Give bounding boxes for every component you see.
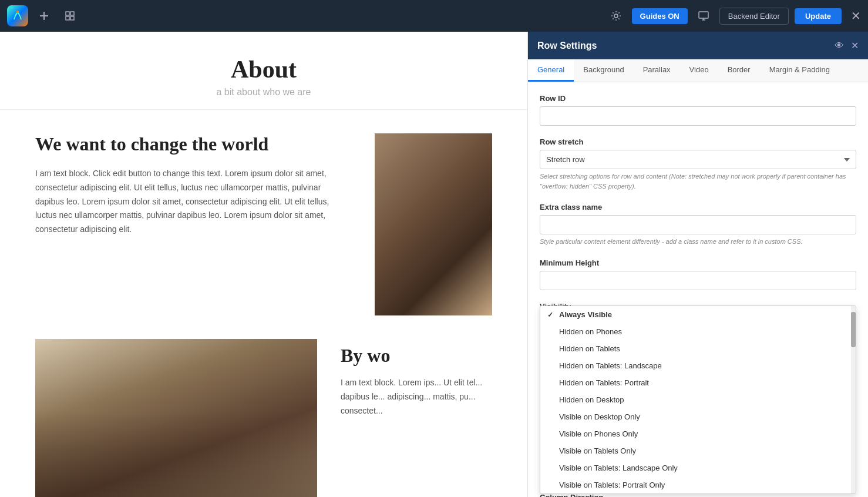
tab-border[interactable]: Border [718,59,760,82]
tab-parallax[interactable]: Parallax [634,59,680,82]
check-icon: ✓ [547,311,556,319]
min-height-label: Minimum Height [540,258,856,267]
image-block-2 [35,339,317,497]
image-block-1 [375,133,492,315]
section1-body: I am text block. Click edit button to ch… [35,167,351,237]
tab-margin-padding[interactable]: Margin & Padding [760,59,839,82]
visibility-option-desktop[interactable]: Hidden on Desktop [540,391,856,408]
svg-rect-6 [70,16,74,20]
main-area: About a bit about who we are We want to … [0,32,868,497]
panel-close-icon[interactable]: ✕ [851,40,859,51]
dropdown-item-label: Hidden on Tablets: Landscape [559,361,662,370]
visibility-option-tablets-landscape-only[interactable]: Visible on Tablets: Landscape Only [540,459,856,476]
visibility-option-desktop-only[interactable]: Visible on Desktop Only [540,408,856,425]
dropdown-item-label: Hidden on Phones [559,327,622,336]
visibility-option-always[interactable]: ✓ Always Visible [540,306,856,323]
dropdown-item-label: Visible on Desktop Only [559,412,640,421]
extra-class-group: Extra class name Style particular conten… [540,203,856,247]
section2-heading: By wo [341,345,492,367]
section-2: By wo I am text block. Lorem ips... Ut e… [0,339,527,497]
visibility-option-tablets-only[interactable]: Visible on Tablets Only [540,442,856,459]
dropdown-item-label: Hidden on Tablets [559,344,620,353]
add-button[interactable] [34,6,54,26]
close-icon[interactable]: ✕ [851,9,861,23]
svg-rect-4 [70,12,74,15]
eye-icon[interactable]: 👁 [835,41,844,51]
svg-rect-8 [699,12,708,18]
monitor-icon[interactable] [694,6,714,26]
row-id-label: Row ID [540,94,856,103]
row-id-group: Row ID [540,94,856,126]
visibility-option-tablets-portrait-only[interactable]: Visible on Tablets: Portrait Only [540,476,856,493]
panel-header-icons: 👁 ✕ [835,40,859,51]
guides-button[interactable]: Guides ON [632,8,688,24]
dropdown-item-label: Visible on Tablets Only [559,446,636,455]
settings-icon[interactable] [606,6,626,26]
page-canvas: About a bit about who we are We want to … [0,32,527,497]
tab-background[interactable]: Background [574,59,633,82]
page-header: About a bit about who we are [0,32,527,110]
text-block-2: By wo I am text block. Lorem ips... Ut e… [341,339,492,418]
row-id-input[interactable] [540,106,856,126]
image-placeholder-2 [35,339,317,497]
panel-tabs: General Background Parallax Video Border… [528,59,868,82]
panel-header: Row Settings 👁 ✕ [528,32,868,59]
visibility-dropdown: ✓ Always Visible Hidden on Phones Hidden… [540,305,856,494]
update-button[interactable]: Update [795,8,842,24]
backend-editor-button[interactable]: Backend Editor [719,8,789,25]
svg-rect-3 [66,12,69,15]
visibility-option-phones[interactable]: Hidden on Phones [540,323,856,340]
row-stretch-group: Row stretch Stretch row Default Stretch … [540,137,856,191]
visibility-option-tablets-portrait[interactable]: Hidden on Tablets: Portrait [540,374,856,391]
svg-point-0 [16,11,19,13]
section2-body: I am text block. Lorem ips... Ut elit te… [341,376,492,418]
page-title: About [12,55,516,83]
dropdown-item-label: Visible on Phones Only [559,429,638,438]
extra-class-label: Extra class name [540,203,856,211]
panel-body: Row ID Row stretch Stretch row Default S… [528,82,868,497]
dropdown-item-label: Always Visible [559,310,612,319]
extra-class-input[interactable] [540,215,856,234]
visibility-option-tablets-landscape[interactable]: Hidden on Tablets: Landscape [540,357,856,374]
toolbar: Guides ON Backend Editor Update ✕ [0,0,868,32]
row-stretch-select[interactable]: Stretch row Default Stretch row and cont… [540,150,856,169]
text-block-1: We want to change the world I am text bl… [35,133,351,237]
dropdown-item-label: Visible on Tablets: Portrait Only [559,481,665,489]
section1-heading: We want to change the world [35,133,351,155]
dropdown-item-label: Hidden on Desktop [559,395,624,404]
logo[interactable] [7,5,28,26]
row-stretch-label: Row stretch [540,137,856,146]
visibility-option-phones-only[interactable]: Visible on Phones Only [540,425,856,442]
tab-video[interactable]: Video [680,59,718,82]
svg-point-7 [614,14,618,18]
tab-general[interactable]: General [528,59,574,82]
min-height-group: Minimum Height [540,258,856,290]
grid-button[interactable] [60,6,80,26]
page-subtitle: a bit about who we are [12,87,516,98]
dropdown-item-label: Hidden on Tablets: Portrait [559,378,649,387]
row-stretch-hint: Select stretching options for row and co… [540,172,856,191]
svg-rect-5 [66,16,69,20]
panel-title: Row Settings [537,41,597,51]
extra-class-hint: Style particular content element differe… [540,237,856,247]
visibility-option-tablets[interactable]: Hidden on Tablets [540,340,856,357]
image-placeholder-1 [375,133,492,315]
dropdown-item-label: Visible on Tablets: Landscape Only [559,464,678,472]
min-height-input[interactable] [540,271,856,290]
row-settings-panel: Row Settings 👁 ✕ General Background Para… [527,32,868,497]
section-1: We want to change the world I am text bl… [0,110,527,339]
